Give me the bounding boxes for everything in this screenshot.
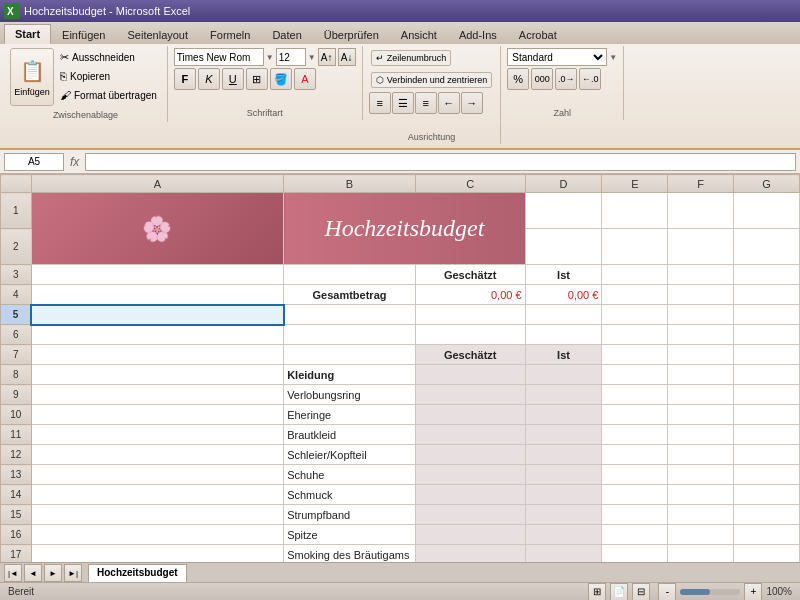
row-header-15[interactable]: 15 <box>1 505 32 525</box>
row-header-7[interactable]: 7 <box>1 345 32 365</box>
cell-C7[interactable]: Geschätzt <box>415 345 525 365</box>
cell-D12[interactable] <box>525 445 602 465</box>
cell-C6[interactable] <box>415 325 525 345</box>
indent-decrease-button[interactable]: ← <box>438 92 460 114</box>
cell-F9[interactable] <box>668 385 734 405</box>
row-header-4[interactable]: 4 <box>1 285 32 305</box>
cell-G7[interactable] <box>734 345 800 365</box>
page-layout-button[interactable]: 📄 <box>610 583 628 601</box>
row-header-9[interactable]: 9 <box>1 385 32 405</box>
cell-C11[interactable] <box>415 425 525 445</box>
cell-G5[interactable] <box>734 305 800 325</box>
cell-G4[interactable] <box>734 285 800 305</box>
row-header-3[interactable]: 3 <box>1 265 32 285</box>
page-break-button[interactable]: ⊟ <box>632 583 650 601</box>
cell-C16[interactable] <box>415 525 525 545</box>
cell-F15[interactable] <box>668 505 734 525</box>
col-header-E[interactable]: E <box>602 175 668 193</box>
cut-button[interactable]: ✂ Ausschneiden <box>56 48 161 66</box>
decrease-decimal-button[interactable]: ←.0 <box>579 68 601 90</box>
paste-button[interactable]: 📋 Einfügen <box>10 48 54 106</box>
row-header-17[interactable]: 17 <box>1 545 32 563</box>
cell-G2[interactable] <box>734 229 800 265</box>
cell-D17[interactable] <box>525 545 602 563</box>
col-header-D[interactable]: D <box>525 175 602 193</box>
row-header-8[interactable]: 8 <box>1 365 32 385</box>
cell-B10[interactable]: Eheringe <box>284 405 416 425</box>
cell-F16[interactable] <box>668 525 734 545</box>
wrap-text-button[interactable]: ↵ Zeilenumbruch <box>371 50 452 66</box>
cell-A13[interactable] <box>31 465 283 485</box>
font-size-input[interactable] <box>276 48 306 66</box>
col-header-F[interactable]: F <box>668 175 734 193</box>
cell-B9[interactable]: Verlobungsring <box>284 385 416 405</box>
row-header-2[interactable]: 2 <box>1 229 32 265</box>
cell-F6[interactable] <box>668 325 734 345</box>
zoom-in-button[interactable]: + <box>744 583 762 601</box>
tab-formeln[interactable]: Formeln <box>199 24 261 44</box>
cell-B5[interactable] <box>284 305 416 325</box>
font-name-input[interactable] <box>174 48 264 66</box>
indent-increase-button[interactable]: → <box>461 92 483 114</box>
align-right-button[interactable]: ≡ <box>415 92 437 114</box>
cell-E10[interactable] <box>602 405 668 425</box>
cell-A15[interactable] <box>31 505 283 525</box>
cell-B3[interactable] <box>284 265 416 285</box>
cell-F17[interactable] <box>668 545 734 563</box>
cell-B12[interactable]: Schleier/Kopfteil <box>284 445 416 465</box>
row-header-1[interactable]: 1 <box>1 193 32 229</box>
cell-F3[interactable] <box>668 265 734 285</box>
cell-D9[interactable] <box>525 385 602 405</box>
tab-seitenlayout[interactable]: Seitenlayout <box>117 24 200 44</box>
tab-addins[interactable]: Add-Ins <box>448 24 508 44</box>
cell-B11[interactable]: Brautkleid <box>284 425 416 445</box>
format-paint-button[interactable]: 🖌 Format übertragen <box>56 86 161 104</box>
cell-C3[interactable]: Geschätzt <box>415 265 525 285</box>
cell-C4[interactable]: 0,00 € <box>415 285 525 305</box>
tab-daten[interactable]: Daten <box>261 24 312 44</box>
cell-B7[interactable] <box>284 345 416 365</box>
cell-G14[interactable] <box>734 485 800 505</box>
cell-B16[interactable]: Spitze <box>284 525 416 545</box>
cell-F5[interactable] <box>668 305 734 325</box>
sheet-tab-hochzeitsbudget[interactable]: Hochzeitsbudget <box>88 564 187 582</box>
cell-G9[interactable] <box>734 385 800 405</box>
align-center-button[interactable]: ☰ <box>392 92 414 114</box>
cell-E3[interactable] <box>602 265 668 285</box>
cell-G1[interactable] <box>734 193 800 229</box>
cell-B15[interactable]: Strumpfband <box>284 505 416 525</box>
font-color-button[interactable]: A <box>294 68 316 90</box>
cell-A5[interactable] <box>31 305 283 325</box>
cell-A11[interactable] <box>31 425 283 445</box>
cell-E6[interactable] <box>602 325 668 345</box>
cell-F12[interactable] <box>668 445 734 465</box>
cell-A1[interactable]: 🌸 <box>31 193 283 265</box>
row-header-10[interactable]: 10 <box>1 405 32 425</box>
cell-E7[interactable] <box>602 345 668 365</box>
percent-button[interactable]: % <box>507 68 529 90</box>
cell-F11[interactable] <box>668 425 734 445</box>
cell-G6[interactable] <box>734 325 800 345</box>
cell-reference[interactable] <box>4 153 64 171</box>
increase-decimal-button[interactable]: .0→ <box>555 68 577 90</box>
cell-D2[interactable] <box>525 229 602 265</box>
cell-A7[interactable] <box>31 345 283 365</box>
cell-B4[interactable]: Gesamtbetrag <box>284 285 416 305</box>
cell-A17[interactable] <box>31 545 283 563</box>
row-header-5[interactable]: 5 <box>1 305 32 325</box>
cell-F8[interactable] <box>668 365 734 385</box>
cell-B6[interactable] <box>284 325 416 345</box>
cell-E8[interactable] <box>602 365 668 385</box>
cell-A4[interactable] <box>31 285 283 305</box>
sheet-nav-prev[interactable]: ◄ <box>24 564 42 582</box>
row-header-11[interactable]: 11 <box>1 425 32 445</box>
bold-button[interactable]: F <box>174 68 196 90</box>
cell-A8[interactable] <box>31 365 283 385</box>
cell-G15[interactable] <box>734 505 800 525</box>
cell-D11[interactable] <box>525 425 602 445</box>
cell-F4[interactable] <box>668 285 734 305</box>
tab-ansicht[interactable]: Ansicht <box>390 24 448 44</box>
formula-input[interactable] <box>85 153 796 171</box>
cell-B1[interactable]: Hochzeitsbudget <box>284 193 525 265</box>
cell-D7[interactable]: Ist <box>525 345 602 365</box>
